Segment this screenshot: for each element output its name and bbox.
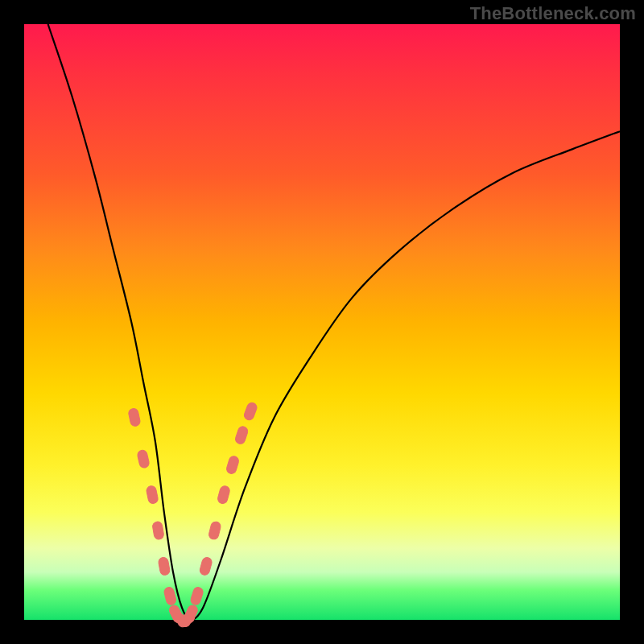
svg-rect-9 [183,604,199,624]
curve-marker [234,425,249,445]
marker-group [128,402,258,630]
svg-rect-10 [190,586,204,606]
svg-rect-4 [158,557,171,576]
curve-marker [243,402,258,422]
svg-rect-11 [199,556,213,576]
curve-marker [183,604,199,624]
svg-rect-14 [225,455,240,475]
bottleneck-curve [48,24,620,620]
curve-marker [146,485,159,505]
watermark-text: TheBottleneck.com [470,3,636,24]
curve-marker [163,586,177,605]
svg-rect-3 [152,521,164,540]
curve-marker [152,521,164,540]
svg-rect-13 [217,485,230,504]
curve-marker [128,407,141,427]
plot-area [24,24,620,620]
chart-frame: TheBottleneck.com [0,0,644,644]
curve-marker [208,521,221,540]
curve-layer [24,24,620,620]
svg-rect-15 [234,425,249,445]
curve-marker [199,556,213,576]
svg-rect-0 [128,407,141,427]
svg-rect-5 [163,586,177,605]
svg-rect-16 [243,402,258,422]
svg-rect-1 [137,449,151,469]
curve-marker [158,557,171,576]
svg-rect-2 [146,485,159,505]
curve-marker [225,455,240,475]
curve-marker [137,449,151,469]
svg-rect-12 [208,521,221,540]
curve-marker [190,586,204,606]
curve-marker [217,485,230,504]
